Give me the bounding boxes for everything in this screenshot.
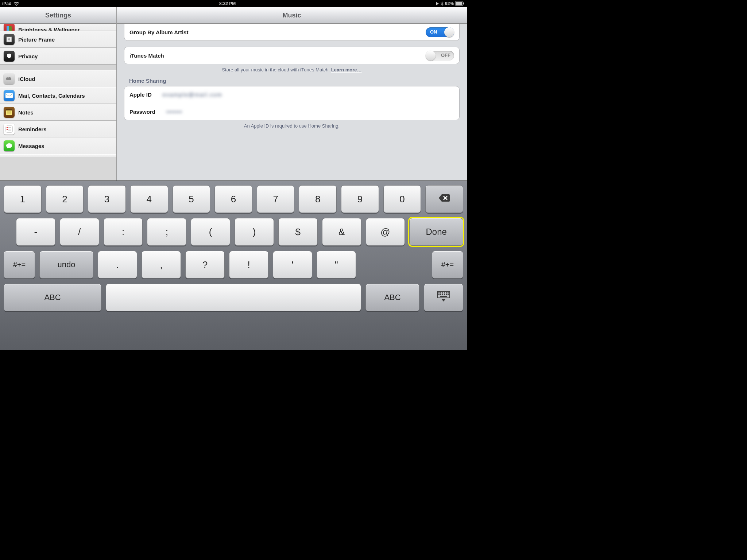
group-by-label: Group By Album Artist [129, 29, 188, 35]
key-symbols-shift-left[interactable]: #+= [4, 251, 35, 279]
play-icon [436, 2, 439, 5]
battery-percent: 92% [445, 1, 454, 6]
learn-more-link[interactable]: Learn more… [331, 67, 362, 73]
sidebar-item-label: Privacy [18, 53, 38, 59]
key-backspace[interactable] [425, 185, 463, 213]
key-4[interactable]: 4 [130, 185, 168, 213]
svg-rect-15 [7, 129, 8, 130]
svg-rect-23 [444, 292, 445, 293]
key-6[interactable]: 6 [214, 185, 252, 213]
key-symbols-shift-right[interactable]: #+= [432, 251, 463, 279]
key-rparen[interactable]: ) [235, 218, 274, 246]
itunes-match-label: iTunes Match [129, 52, 164, 59]
sidebar-item-mail[interactable]: Mail, Contacts, Calendars [0, 87, 116, 104]
key-space[interactable] [106, 284, 361, 311]
toggle-on-text: ON [430, 29, 437, 35]
sidebar-item-reminders[interactable]: Reminders [0, 121, 116, 137]
bluetooth-icon [441, 1, 444, 6]
key-8[interactable]: 8 [299, 185, 337, 213]
sidebar-item-messages[interactable]: Messages [0, 137, 116, 154]
key-comma[interactable]: , [142, 251, 181, 279]
key-colon[interactable]: : [104, 218, 143, 246]
svg-rect-9 [6, 109, 12, 110]
sidebar-item-label: Mail, Contacts, Calendars [18, 93, 85, 99]
sidebar-item-privacy[interactable]: Privacy [0, 48, 116, 65]
keyboard: 1 2 3 4 5 6 7 8 9 0 - / : ; ( ) $ & @ Do… [0, 180, 467, 350]
key-semicolon[interactable]: ; [147, 218, 186, 246]
backspace-icon [438, 194, 450, 205]
svg-rect-28 [442, 294, 443, 295]
sidebar-item-icloud[interactable]: iCloud [0, 70, 116, 87]
cell-password[interactable]: Password ••••••• [124, 103, 459, 120]
toggle-group-by[interactable]: ON [426, 27, 454, 37]
key-3[interactable]: 3 [88, 185, 126, 213]
apple-id-label: Apple ID [129, 92, 152, 98]
key-lparen[interactable]: ( [191, 218, 230, 246]
home-sharing-title: Home Sharing [129, 78, 460, 84]
key-done[interactable]: Done [409, 218, 463, 246]
key-5[interactable]: 5 [173, 185, 210, 213]
svg-rect-26 [438, 294, 440, 295]
wifi-icon [13, 1, 19, 6]
sidebar-title: Settings [0, 7, 116, 24]
brightness-icon [4, 24, 15, 31]
toggle-off-text: OFF [441, 52, 450, 58]
key-hide-keyboard[interactable] [424, 284, 463, 311]
key-abc-right[interactable]: ABC [365, 284, 419, 311]
footer-text: Store all your music in the cloud with i… [222, 67, 331, 73]
key-dash[interactable]: - [16, 218, 55, 246]
svg-rect-29 [444, 294, 445, 295]
status-bar: iPad 8:32 PM 92% [0, 0, 467, 7]
messages-icon [4, 140, 15, 151]
svg-rect-4 [7, 26, 9, 31]
reminders-icon [4, 124, 15, 135]
mail-icon [4, 90, 15, 101]
cell-group-by-album-artist[interactable]: Group By Album Artist ON [124, 24, 459, 40]
key-slash[interactable]: / [60, 218, 99, 246]
detail-title: Music [117, 7, 467, 24]
key-at[interactable]: @ [366, 218, 405, 246]
key-abc-left[interactable]: ABC [4, 284, 101, 311]
toggle-itunes-match[interactable]: OFF [426, 51, 454, 61]
key-2[interactable]: 2 [46, 185, 84, 213]
svg-rect-2 [463, 3, 464, 4]
key-1[interactable]: 1 [4, 185, 42, 213]
cell-itunes-match[interactable]: iTunes Match OFF [124, 47, 459, 64]
privacy-icon [4, 51, 15, 62]
svg-rect-30 [446, 294, 447, 295]
key-undo[interactable]: undo [39, 251, 93, 279]
sidebar-item-brightness[interactable]: Brightness & Wallpaper [0, 24, 116, 31]
sidebar-item-partial[interactable] [0, 154, 116, 157]
svg-rect-24 [446, 292, 447, 293]
key-period[interactable]: . [98, 251, 137, 279]
key-apostrophe[interactable]: ' [273, 251, 312, 279]
key-0[interactable]: 0 [383, 185, 421, 213]
key-7[interactable]: 7 [257, 185, 295, 213]
password-value[interactable]: ••••••• [166, 109, 182, 115]
icloud-icon [4, 73, 15, 84]
battery-icon [455, 1, 465, 6]
key-dollar[interactable]: $ [278, 218, 318, 246]
sidebar-item-label: Brightness & Wallpaper [18, 27, 80, 31]
key-amp[interactable]: & [322, 218, 361, 246]
toggle-knob [444, 27, 454, 37]
sidebar-item-pictureframe[interactable]: Picture Frame [0, 31, 116, 48]
svg-rect-7 [5, 93, 13, 98]
sidebar-item-label: iCloud [18, 76, 35, 82]
key-question[interactable]: ? [185, 251, 225, 279]
svg-point-6 [8, 38, 10, 40]
cell-apple-id[interactable]: Apple ID example@mail.com [124, 86, 459, 103]
svg-rect-14 [7, 127, 8, 128]
svg-rect-31 [448, 294, 449, 295]
key-9[interactable]: 9 [341, 185, 379, 213]
password-label: Password [129, 109, 155, 115]
key-quote[interactable]: " [317, 251, 356, 279]
svg-rect-1 [456, 2, 462, 5]
settings-sidebar: Settings Brightness & Wallpaper Picture … [0, 7, 117, 180]
sidebar-item-notes[interactable]: Notes [0, 104, 116, 121]
sidebar-item-label: Reminders [18, 126, 47, 132]
key-exclaim[interactable]: ! [229, 251, 268, 279]
settings-detail: Music Group By Album Artist ON iTunes Ma… [117, 7, 467, 180]
apple-id-value[interactable]: example@mail.com [163, 92, 222, 98]
toggle-knob [426, 51, 436, 61]
